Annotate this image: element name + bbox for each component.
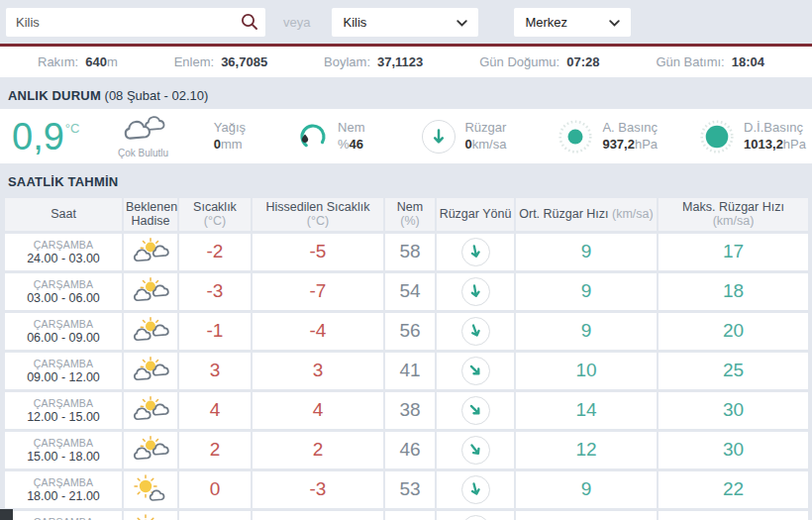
max-wind-cell: 18 [659, 273, 808, 310]
district-select[interactable]: Merkez [514, 8, 631, 37]
wind-direction-icon [461, 238, 490, 266]
forecast-row: ÇARŞAMBA 12.00 - 15.00 4 4 38 14 30 [5, 392, 808, 429]
province-select-value: Kilis [343, 15, 366, 30]
avg-wind-cell: 10 [516, 353, 657, 389]
humidity-metric: Nem %46 [297, 120, 364, 153]
wind-icon [422, 120, 456, 154]
sun-behind-clouds-icon [124, 436, 177, 464]
humidity-cell: 58 [385, 234, 435, 270]
max-wind-cell: 30 [659, 392, 808, 429]
avg-wind-cell: 7 [516, 511, 657, 520]
current-condition: Çok Bulutlu [96, 115, 189, 158]
max-wind-cell: 17 [659, 234, 808, 270]
forecast-row: ÇARŞAMBA 15.00 - 18.00 2 2 46 12 30 [5, 432, 808, 468]
hourly-forecast-table: Saat Beklenen Hadise Sıcaklık (°C) Hisse… [3, 195, 810, 520]
humidity-icon [297, 121, 329, 153]
avg-wind-cell: 9 [516, 273, 657, 310]
forecast-row: ÇARŞAMBA 03.00 - 06.00 -3 -7 54 9 18 [5, 273, 808, 310]
wind-direction-icon [461, 396, 490, 425]
forecast-day: ÇARŞAMBA [5, 239, 122, 251]
forecast-day: ÇARŞAMBA [5, 278, 122, 290]
forecast-time: 06.00 - 09.00 [5, 331, 122, 345]
sun-behind-clouds-icon [124, 357, 177, 384]
humidity-cell: 54 [385, 273, 435, 310]
avg-wind-cell: 14 [516, 392, 657, 429]
current-section-title: ANLIK DURUM (08 Şubat - 02.10) [0, 77, 812, 109]
temperature-cell: 2 [179, 432, 251, 468]
wind-direction-icon [461, 475, 490, 504]
forecast-table-body: ÇARŞAMBA 24.00 - 03.00 -2 -5 58 9 17 ÇAR… [5, 234, 808, 520]
humidity-cell: 58 [385, 511, 435, 520]
sun-behind-clouds-icon [124, 238, 177, 265]
forecast-time: 12.00 - 15.00 [5, 410, 122, 424]
search-icon[interactable] [240, 13, 259, 33]
feels-like-cell: -5 [253, 234, 383, 270]
forecast-row: ÇARŞAMBA 24.00 - 03.00 -2 -5 58 9 17 [5, 234, 808, 270]
max-wind-cell: 18 [659, 511, 808, 520]
col-ruzgar-yonu: Rüzgar Yönü [437, 198, 514, 231]
avg-wind-cell: 12 [516, 432, 657, 468]
feels-like-cell: -4 [253, 313, 383, 350]
sunrise: Gün Doğumu:07:28 [479, 54, 599, 69]
station-info-bar: Rakım: 640m Enlem:36,7085 Boylam:37,1123… [0, 47, 812, 77]
search-input[interactable] [6, 8, 265, 37]
sunset: Gün Batımı:18:04 [656, 54, 764, 69]
avg-wind-cell: 9 [516, 234, 657, 270]
forecast-day: ÇARŞAMBA [5, 318, 122, 330]
condition-label: Çok Bulutlu [118, 148, 168, 158]
forecast-time: 15.00 - 18.00 [5, 450, 122, 464]
sea-level-pressure-metric: D.İ.Basınç 1013,2hPa [699, 119, 806, 155]
location-search [6, 8, 265, 37]
humidity-cell: 41 [385, 353, 435, 389]
max-wind-cell: 20 [659, 313, 808, 350]
temperature-cell: 3 [179, 353, 251, 389]
col-hissedilen: Hissedilen Sıcaklık (°C) [253, 198, 383, 231]
precipitation-metric: Yağış 0mm [214, 120, 246, 153]
wind-direction-icon [461, 317, 490, 346]
col-sicaklik: Sıcaklık (°C) [179, 198, 251, 231]
current-conditions-panel: 0,9°C Çok Bulutlu Yağış 0mm [0, 109, 812, 163]
pressure-icon [558, 119, 593, 155]
humidity-cell: 46 [385, 432, 435, 468]
col-maks-ruzgar: Maks. Rüzgar Hızı (km/sa) [659, 198, 808, 231]
sun-behind-clouds-icon [124, 277, 177, 305]
max-wind-cell: 25 [659, 353, 808, 389]
forecast-time: 18.00 - 21.00 [5, 489, 122, 503]
temperature-cell: -2 [179, 511, 251, 520]
forecast-time: 24.00 - 03.00 [5, 252, 122, 265]
col-saat: Saat [5, 198, 122, 231]
forecast-day: ÇARŞAMBA [5, 437, 122, 449]
humidity-cell: 53 [385, 471, 435, 508]
forecast-day: ÇARŞAMBA [5, 476, 122, 488]
avg-wind-cell: 9 [516, 313, 657, 350]
chevron-down-icon [609, 15, 620, 30]
temperature-cell: 4 [179, 392, 251, 429]
or-label: veya [283, 15, 310, 30]
page-corner-fragment [0, 509, 13, 520]
sun-behind-clouds-icon [124, 317, 177, 345]
feels-like-cell: 2 [253, 432, 383, 468]
province-select[interactable]: Kilis [332, 8, 478, 37]
temperature-cell: -1 [179, 313, 251, 350]
feels-like-cell: 3 [253, 353, 383, 389]
wind-direction-icon [461, 277, 490, 306]
altitude: Rakım: 640m [38, 54, 118, 69]
sun-with-cloud-icon [124, 474, 177, 504]
feels-like-cell: -3 [253, 471, 383, 508]
col-ort-ruzgar: Ort. Rüzgar Hızı (km/sa) [516, 198, 657, 231]
chevron-down-icon [457, 15, 467, 30]
max-wind-cell: 22 [659, 471, 808, 508]
sun-with-cloud-icon [124, 514, 177, 520]
cloudy-icon [117, 115, 170, 147]
forecast-day: ÇARŞAMBA [5, 397, 122, 409]
forecast-time: 03.00 - 06.00 [5, 291, 122, 305]
wind-metric: Rüzgar 0km/sa [422, 120, 506, 154]
humidity-cell: 38 [385, 392, 435, 429]
col-nem: Nem (%) [385, 198, 435, 231]
sun-behind-clouds-icon [124, 396, 177, 424]
max-wind-cell: 30 [659, 432, 808, 468]
humidity-cell: 56 [385, 313, 435, 350]
actual-pressure-metric: A. Basınç 937,2hPa [558, 119, 658, 155]
avg-wind-cell: 9 [516, 471, 657, 508]
top-toolbar: veya Kilis Merkez [0, 0, 812, 44]
